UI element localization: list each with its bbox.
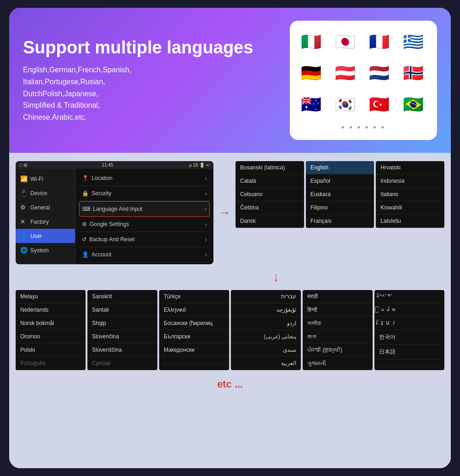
- lang-item[interactable]: ਪੰਜਾਬੀ (ਗੁਰਮੁਖੀ): [303, 343, 373, 357]
- settings-google-left: ⚙ Google Settings: [82, 221, 129, 227]
- status-bar: □ ⊞ 11:45 ⊿ 18 🔋 ↩: [16, 161, 213, 169]
- lang-item[interactable]: עברית: [231, 290, 301, 303]
- chevron-icon: ›: [205, 174, 207, 182]
- lang-item[interactable]: မြန်မာ: [374, 303, 444, 317]
- lang-item[interactable]: Slovenčina: [87, 330, 157, 343]
- menu-factory[interactable]: ✕ Factory: [16, 215, 75, 229]
- lang-item[interactable]: Ελληνικά: [159, 303, 229, 317]
- lang-item[interactable]: Santali: [87, 303, 157, 317]
- flag-item: 🇫🇷: [365, 28, 393, 56]
- lang-item[interactable]: Català: [236, 174, 304, 188]
- lang-col-bottom-5: मराठी हिन्दी অসমীয়া বাংলা ਪੰਜਾਬੀ (ਗੁਰਮੁ…: [303, 290, 373, 370]
- account-icon: 👤: [82, 251, 89, 258]
- lang-item[interactable]: ខ្មែរ: [374, 317, 444, 330]
- lang-item[interactable]: Español: [306, 174, 374, 188]
- lang-item[interactable]: ئۇيغۇرچە: [231, 303, 301, 317]
- lang-item[interactable]: Polski: [16, 343, 86, 357]
- lang-item[interactable]: हिन्दी: [303, 303, 373, 317]
- lang-item[interactable]: 日本語: [374, 345, 444, 360]
- factory-icon: ✕: [20, 218, 28, 225]
- lang-item-english[interactable]: English: [306, 161, 374, 174]
- android-screen: □ ⊞ 11:45 ⊿ 18 🔋 ↩ 📶 Wi-Fi 📱 Device: [16, 161, 213, 264]
- lang-item[interactable]: Français: [306, 215, 374, 228]
- lang-item[interactable]: मराठी: [303, 290, 373, 303]
- lang-item[interactable]: [159, 357, 229, 364]
- lang-item[interactable]: Босански (ћирилиц: [159, 317, 229, 330]
- settings-account[interactable]: 👤 Account ›: [79, 247, 210, 262]
- lang-item[interactable]: 한국어: [374, 330, 444, 345]
- lang-item[interactable]: Melayu: [16, 290, 86, 303]
- settings-security-left: 🔒 Security: [82, 190, 111, 197]
- lang-item[interactable]: অসমীয়া: [303, 317, 373, 330]
- flag-item: 🇬🇷: [399, 28, 427, 56]
- lang-item[interactable]: پنجابی (عربی): [231, 330, 301, 343]
- lang-item[interactable]: Nederlands: [16, 303, 86, 317]
- lang-item[interactable]: Македонски: [159, 343, 229, 357]
- settings-language-label: Language And Input: [93, 206, 142, 212]
- lang-col-bottom-1: Melayu Nederlands Norsk bokmål Oromoo Po…: [16, 290, 86, 370]
- lang-item[interactable]: Bosanski (latinica): [236, 161, 304, 174]
- lang-item[interactable]: Sanskrit: [87, 290, 157, 303]
- lang-item[interactable]: Shqip: [87, 317, 157, 330]
- lang-item[interactable]: [374, 360, 444, 366]
- settings-location[interactable]: 📍 Location ›: [79, 171, 210, 186]
- lang-item[interactable]: سندي: [231, 343, 301, 357]
- lang-item[interactable]: Slovenščina: [87, 343, 157, 357]
- settings-security[interactable]: 🔒 Security ›: [79, 186, 210, 201]
- security-icon: 🔒: [82, 190, 89, 197]
- lang-item[interactable]: Latviešu: [376, 215, 444, 228]
- menu-wifi[interactable]: 📶 Wi-Fi: [16, 172, 75, 186]
- lang-item[interactable]: Српски: [87, 357, 157, 370]
- settings-google[interactable]: ⚙ Google Settings ›: [79, 217, 210, 232]
- android-sidebar: 📶 Wi-Fi 📱 Device ⚙ General ✕: [16, 169, 75, 264]
- lang-item[interactable]: Euskara: [306, 188, 374, 201]
- lang-item[interactable]: العربية: [231, 357, 301, 370]
- lang-item[interactable]: ગુજરાતી: [303, 357, 373, 370]
- lang-col-bottom-3: Türkçe Ελληνικά Босански (ћирилиц Българ…: [159, 290, 229, 370]
- flag-item: 🇳🇱: [365, 59, 393, 87]
- banner-text: Support multiple languages English,Germa…: [23, 38, 281, 123]
- status-time: 11:45: [102, 163, 113, 168]
- bottom-section: □ ⊞ 11:45 ⊿ 18 🔋 ↩ 📶 Wi-Fi 📱 Device: [9, 153, 451, 468]
- chevron-icon5: ›: [205, 236, 207, 243]
- menu-system[interactable]: 🌐 System: [16, 243, 75, 257]
- settings-account-label: Account: [92, 251, 111, 258]
- wifi-icon: 📶: [20, 175, 28, 182]
- menu-wifi-label: Wi-Fi: [30, 176, 43, 182]
- lang-item[interactable]: Türkçe: [159, 290, 229, 303]
- top-banner: Support multiple languages English,Germa…: [9, 8, 451, 153]
- lang-columns-bottom: Melayu Nederlands Norsk bokmål Oromoo Po…: [16, 290, 444, 370]
- lang-item[interactable]: Cebuano: [236, 188, 304, 201]
- flag-item: 🇦🇺: [297, 91, 325, 118]
- lang-column-2: English Español Euskara Filipino Françai…: [306, 161, 374, 228]
- settings-backup[interactable]: ↺ Backup And Reset ›: [79, 232, 210, 247]
- settings-backup-left: ↺ Backup And Reset: [82, 236, 135, 243]
- lang-item[interactable]: বাংলা: [303, 330, 373, 343]
- lang-col-bottom-4: עברית ئۇيغۇرچە اردو پنجابی (عربی) سندي ا…: [231, 290, 301, 370]
- lang-item[interactable]: Kiswahili: [376, 201, 444, 215]
- flag-item: 🇮🇹: [297, 28, 325, 56]
- chevron-icon6: ›: [205, 251, 207, 258]
- lang-item[interactable]: Български: [159, 330, 229, 343]
- lang-item[interactable]: Filipino: [306, 201, 374, 215]
- lang-item[interactable]: Português: [16, 357, 86, 370]
- lang-item[interactable]: Dansk: [236, 215, 304, 228]
- lang-col-bottom-2: Sanskrit Santali Shqip Slovenčina Sloven…: [87, 290, 157, 370]
- lang-item[interactable]: Norsk bokmål: [16, 317, 86, 330]
- chevron-icon4: ›: [205, 221, 207, 228]
- settings-account-left: 👤 Account: [82, 251, 111, 258]
- lang-item[interactable]: Oromoo: [16, 330, 86, 343]
- menu-device[interactable]: 📱 Device: [16, 186, 75, 200]
- lang-item[interactable]: Hrvatski: [376, 161, 444, 174]
- menu-general[interactable]: ⚙ General: [16, 200, 75, 215]
- lang-item[interactable]: Čeština: [236, 201, 304, 215]
- flag-dots: • • • • • •: [297, 123, 430, 133]
- settings-language[interactable]: ⌨ Language And Input ›: [79, 201, 210, 217]
- lang-item[interactable]: རྫོང་ཁ་: [374, 290, 444, 303]
- lang-item[interactable]: اردو: [231, 317, 301, 330]
- settings-language-left: ⌨ Language And Input: [82, 206, 142, 212]
- menu-user[interactable]: 👤 User: [16, 229, 75, 243]
- lang-item[interactable]: Italiano: [376, 188, 444, 201]
- lang-item[interactable]: Indonesia: [376, 174, 444, 188]
- arrow-down-icon: ↓: [108, 270, 444, 284]
